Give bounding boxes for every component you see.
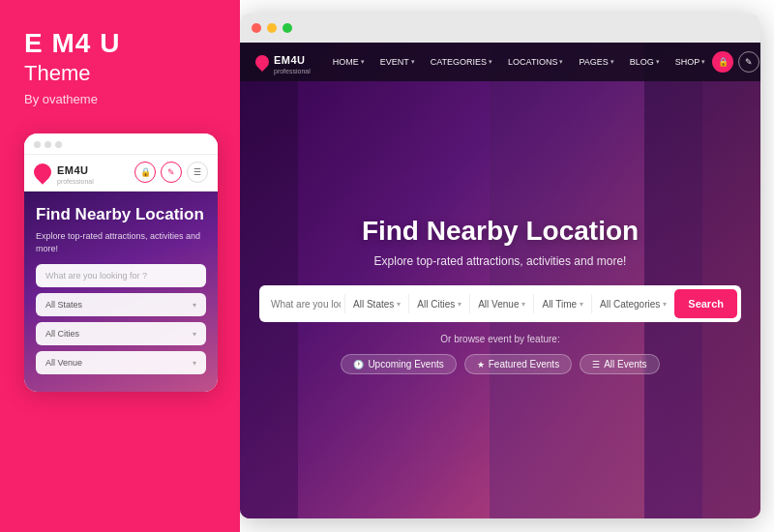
chevron-down-icon: ▾ bbox=[701, 58, 705, 66]
browser-minimize-btn[interactable] bbox=[267, 23, 277, 33]
state-select[interactable]: All States ▾ bbox=[349, 299, 404, 310]
nav-categories[interactable]: CATEGORIES ▾ bbox=[424, 53, 499, 71]
search-divider-4 bbox=[533, 294, 534, 313]
clock-icon: 🕐 bbox=[353, 360, 364, 369]
browse-feature-label: Or browse event by feature: bbox=[259, 334, 741, 344]
search-divider bbox=[344, 294, 345, 313]
hero-subtitle: Explore top-rated attractions, activitie… bbox=[259, 254, 741, 268]
chevron-down-icon: ▾ bbox=[397, 300, 401, 309]
search-button[interactable]: Search bbox=[674, 289, 737, 318]
nav-actions: 🔒 ✎ bbox=[712, 51, 759, 73]
feature-buttons: 🕐 Upcoming Events ★ Featured Events ☰ Al… bbox=[259, 354, 741, 374]
featured-events-btn[interactable]: ★ Featured Events bbox=[464, 354, 572, 374]
nav-lock-btn[interactable]: 🔒 bbox=[712, 51, 733, 73]
mobile-nav-icons: 🔒 ✎ ☰ bbox=[134, 162, 208, 183]
browser-maximize-btn[interactable] bbox=[283, 23, 292, 33]
mobile-search-input[interactable]: What are you looking for ? bbox=[36, 264, 206, 287]
mobile-logo-sub: professional bbox=[57, 178, 134, 185]
list-icon: ☰ bbox=[592, 360, 600, 369]
city-select[interactable]: All Cities ▾ bbox=[413, 299, 465, 310]
mobile-mockup: EM4U professional 🔒 ✎ ☰ Find Nearby Loca… bbox=[24, 133, 218, 393]
chevron-down-icon: ▾ bbox=[559, 58, 563, 66]
mobile-logo-text: EM4U bbox=[57, 164, 89, 176]
mobile-nav: EM4U professional 🔒 ✎ ☰ bbox=[24, 155, 218, 192]
mobile-hero-title: Find Nearby Location bbox=[36, 205, 206, 224]
nav-blog[interactable]: BLOG ▾ bbox=[623, 53, 667, 71]
nav-home[interactable]: HOME ▾ bbox=[326, 53, 372, 71]
mobile-state-select[interactable]: All States ▾ bbox=[36, 293, 206, 316]
hero-content: Find Nearby Location Explore top-rated a… bbox=[240, 216, 760, 374]
chevron-down-icon: ▾ bbox=[411, 58, 415, 66]
chevron-down-icon: ▾ bbox=[489, 58, 492, 66]
mobile-topbar bbox=[24, 133, 218, 155]
browser-topbar bbox=[240, 14, 760, 43]
website-navbar: EM4U professional HOME ▾ EVENT ▾ bbox=[240, 43, 760, 81]
star-icon: ★ bbox=[477, 360, 485, 369]
chevron-down-icon: ▾ bbox=[610, 58, 614, 66]
time-select[interactable]: All Time ▾ bbox=[538, 299, 587, 310]
brand-section: E M4 U Theme By ovatheme bbox=[24, 29, 216, 106]
website-hero: EM4U professional HOME ▾ EVENT ▾ bbox=[240, 43, 760, 518]
website-container: EM4U professional HOME ▾ EVENT ▾ bbox=[240, 43, 760, 518]
venue-select[interactable]: All Venue ▾ bbox=[474, 299, 529, 310]
chevron-down-icon: ▾ bbox=[193, 301, 196, 310]
nav-pages[interactable]: PAGES ▾ bbox=[572, 53, 620, 71]
nav-links: HOME ▾ EVENT ▾ CATEGORIES ▾ LOCATIONS bbox=[326, 53, 713, 71]
nav-shop[interactable]: SHOP ▾ bbox=[669, 53, 713, 71]
chevron-down-icon: ▾ bbox=[458, 300, 461, 309]
search-divider-3 bbox=[469, 294, 470, 313]
search-divider-5 bbox=[591, 294, 592, 313]
mobile-dot-1 bbox=[34, 141, 41, 148]
search-divider-2 bbox=[408, 294, 409, 313]
brand-subtitle: Theme bbox=[24, 61, 216, 86]
nav-logo-sub: professional bbox=[274, 68, 311, 74]
search-bar: All States ▾ All Cities ▾ All Venue ▾ bbox=[259, 285, 741, 322]
brand-by: By ovatheme bbox=[24, 92, 216, 106]
brand-title: E M4 U bbox=[24, 29, 216, 59]
chevron-down-icon: ▾ bbox=[656, 58, 660, 66]
nav-logo-pin-icon bbox=[253, 52, 272, 72]
chevron-down-icon: ▾ bbox=[193, 359, 196, 368]
chevron-down-icon: ▾ bbox=[663, 300, 667, 309]
category-select[interactable]: All Categories ▾ bbox=[596, 299, 670, 310]
right-panel: EM4U professional HOME ▾ EVENT ▾ bbox=[240, 0, 774, 532]
chevron-down-icon: ▾ bbox=[193, 330, 196, 339]
mobile-menu-icon[interactable]: ☰ bbox=[187, 162, 208, 183]
nav-locations[interactable]: LOCATIONS ▾ bbox=[501, 53, 570, 71]
mobile-hero: Find Nearby Location Explore top-rated a… bbox=[24, 192, 218, 393]
chevron-down-icon: ▾ bbox=[580, 300, 583, 309]
nav-edit-btn[interactable]: ✎ bbox=[738, 51, 759, 73]
chevron-down-icon: ▾ bbox=[521, 300, 525, 309]
nav-logo: EM4U professional bbox=[255, 50, 311, 74]
chevron-down-icon: ▾ bbox=[361, 58, 365, 66]
browser-chrome: EM4U professional HOME ▾ EVENT ▾ bbox=[240, 14, 760, 518]
mobile-dot-2 bbox=[45, 141, 51, 148]
nav-logo-text: EM4U bbox=[274, 54, 306, 66]
mobile-dot-3 bbox=[55, 141, 62, 148]
left-panel: E M4 U Theme By ovatheme EM4U profession… bbox=[0, 0, 240, 532]
mobile-logo-pin-icon bbox=[30, 161, 54, 185]
mobile-hero-subtitle: Explore top-rated attractions, activitie… bbox=[36, 230, 206, 254]
mobile-lock-icon[interactable]: 🔒 bbox=[134, 162, 156, 183]
mobile-venue-select[interactable]: All Venue ▾ bbox=[36, 351, 206, 374]
upcoming-events-btn[interactable]: 🕐 Upcoming Events bbox=[341, 354, 456, 374]
all-events-btn[interactable]: ☰ All Events bbox=[580, 354, 659, 374]
hero-title: Find Nearby Location bbox=[259, 216, 741, 247]
nav-event[interactable]: EVENT ▾ bbox=[373, 53, 422, 71]
mobile-city-select[interactable]: All Cities ▾ bbox=[36, 322, 206, 345]
mobile-edit-icon[interactable]: ✎ bbox=[161, 162, 182, 183]
browser-close-btn[interactable] bbox=[252, 23, 261, 33]
mobile-dots bbox=[34, 141, 62, 148]
search-input[interactable] bbox=[271, 299, 341, 310]
